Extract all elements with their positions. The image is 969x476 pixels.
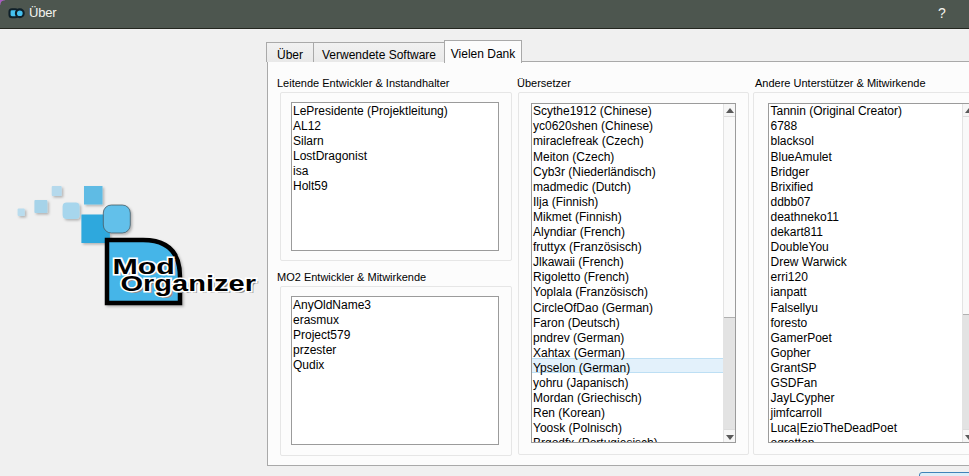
svg-text:Organizer: Organizer [121, 271, 257, 295]
